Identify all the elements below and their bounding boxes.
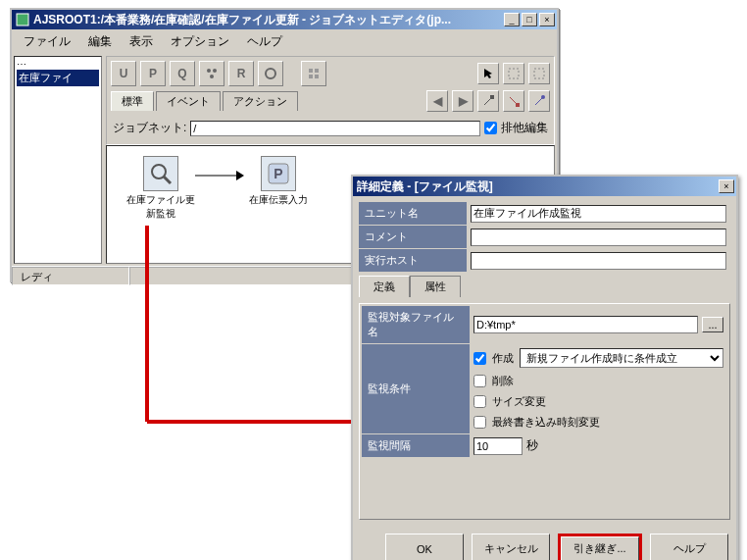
svg-line-18 [164, 177, 171, 183]
cancel-button[interactable]: キャンセル [472, 534, 550, 560]
svg-text:P: P [274, 166, 282, 181]
cond-mtime-label: 最終書き込み時刻変更 [492, 415, 600, 430]
exclusive-checkbox[interactable] [484, 122, 497, 134]
cond-create-select[interactable]: 新規ファイル作成時に条件成立 [520, 348, 723, 368]
tb-selection2-icon[interactable] [528, 63, 550, 84]
status-left: レディ [12, 267, 129, 285]
exclusive-label: 排他編集 [501, 120, 548, 136]
svg-point-4 [266, 69, 275, 78]
minimize-button[interactable]: _ [504, 13, 520, 26]
watch-file-label: 監視対象ファイル名 [362, 306, 470, 343]
menu-help[interactable]: ヘルプ [239, 31, 290, 52]
cond-create-label: 作成 [492, 351, 514, 366]
svg-rect-12 [490, 95, 494, 99]
dialog-tab-definition[interactable]: 定義 [359, 276, 410, 297]
tb-q-icon[interactable]: Q [170, 61, 195, 86]
ok-button[interactable]: OK [385, 534, 464, 560]
tb-r-icon[interactable]: R [228, 61, 254, 86]
interval-input[interactable] [473, 437, 523, 455]
tab-standard[interactable]: 標準 [111, 91, 154, 111]
tree-panel[interactable]: ⋯ 在庫ファイ [14, 56, 102, 264]
pass-button-highlight: 引き継ぎ... [558, 534, 642, 560]
tab-action[interactable]: アクション [223, 91, 298, 111]
tb-grid-icon[interactable] [301, 61, 326, 86]
svg-point-17 [152, 165, 166, 178]
interval-unit: 秒 [526, 437, 538, 454]
comment-label: コメント [359, 226, 467, 248]
job-label: 在庫伝票入力 [244, 193, 313, 207]
detail-definition-dialog: 詳細定義 - [ファイル監視] × ユニット名 コメント 実行ホスト 定義 属性… [351, 175, 738, 560]
watch-file-input[interactable] [473, 316, 698, 333]
program-p-icon: P [261, 156, 296, 191]
tree-item-selected[interactable]: 在庫ファイ [17, 70, 99, 86]
maximize-button[interactable]: □ [522, 13, 537, 26]
tb-selection1-icon[interactable] [503, 63, 524, 84]
menu-view[interactable]: 表示 [122, 31, 161, 52]
tab-event[interactable]: イベント [156, 91, 221, 111]
svg-point-16 [541, 95, 545, 99]
app-icon [16, 13, 29, 26]
cond-size-checkbox[interactable] [473, 395, 486, 408]
menu-file[interactable]: ファイル [16, 31, 78, 52]
host-label: 実行ホスト [359, 249, 467, 272]
titlebar: AJSROOT1:/本番業務/在庫確認/在庫ファイル更新 - ジョブネットエディ… [12, 10, 557, 29]
svg-point-3 [210, 75, 214, 78]
dialog-title: 詳細定義 - [ファイル監視] [357, 178, 717, 195]
svg-rect-9 [509, 69, 519, 78]
svg-rect-6 [315, 69, 319, 73]
scroll-right-icon[interactable]: ▶ [452, 90, 473, 112]
cond-create-checkbox[interactable] [473, 352, 486, 365]
svg-rect-14 [516, 103, 520, 107]
cond-delete-label: 削除 [492, 374, 514, 388]
tb-pointer-icon[interactable] [477, 63, 499, 84]
tb-u-icon[interactable]: U [111, 61, 136, 86]
browse-button[interactable]: ... [702, 317, 723, 332]
dialog-titlebar: 詳細定義 - [ファイル監視] × [353, 177, 736, 196]
dialog-close-button[interactable]: × [719, 179, 734, 193]
tb-nodes-icon[interactable] [199, 61, 224, 86]
close-button[interactable]: × [539, 13, 555, 26]
svg-rect-10 [534, 69, 544, 78]
tb-connector2-icon[interactable] [503, 90, 524, 112]
toolbar: U P Q R 標準 イベント ア [106, 56, 555, 145]
jobnet-label: ジョブネット: [113, 120, 186, 136]
job-label: 在庫ファイル更新監視 [126, 193, 195, 221]
menu-edit[interactable]: 編集 [80, 31, 120, 52]
svg-rect-7 [309, 75, 313, 78]
unit-name-input[interactable] [471, 205, 726, 223]
tb-p-icon[interactable]: P [140, 61, 166, 86]
cond-mtime-checkbox[interactable] [473, 416, 486, 429]
svg-rect-0 [17, 14, 28, 25]
interval-label: 監視間隔 [362, 434, 470, 457]
menu-option[interactable]: オプション [163, 31, 237, 52]
condition-label: 監視条件 [362, 344, 470, 433]
dialog-button-row: OK キャンセル 引き継ぎ... ヘルプ [353, 526, 736, 560]
host-input[interactable] [471, 252, 726, 270]
svg-rect-8 [315, 75, 319, 78]
job-file-watch[interactable]: 在庫ファイル更新監視 [126, 156, 195, 221]
job-input[interactable]: P 在庫伝票入力 [244, 156, 313, 207]
window-title: AJSROOT1:/本番業務/在庫確認/在庫ファイル更新 - ジョブネットエディ… [33, 12, 502, 28]
unit-name-label: ユニット名 [359, 202, 467, 225]
job-arrow-icon [195, 171, 244, 180]
comment-input[interactable] [471, 229, 726, 246]
tb-connector3-icon[interactable] [528, 90, 550, 112]
svg-point-1 [207, 69, 211, 73]
help-button[interactable]: ヘルプ [650, 534, 728, 560]
menubar: ファイル 編集 表示 オプション ヘルプ [12, 29, 557, 54]
svg-point-2 [213, 69, 217, 73]
jobnet-input[interactable] [190, 121, 480, 136]
svg-rect-5 [309, 69, 313, 73]
tb-circle-icon[interactable] [258, 61, 283, 86]
magnifier-icon [143, 156, 178, 191]
tb-connector1-icon[interactable] [477, 90, 499, 112]
pass-button[interactable]: 引き継ぎ... [561, 536, 639, 560]
cond-size-label: サイズ変更 [492, 394, 546, 409]
dialog-tab-attribute[interactable]: 属性 [410, 276, 461, 297]
cond-delete-checkbox[interactable] [473, 375, 486, 387]
scroll-left-icon[interactable]: ◀ [426, 90, 448, 112]
